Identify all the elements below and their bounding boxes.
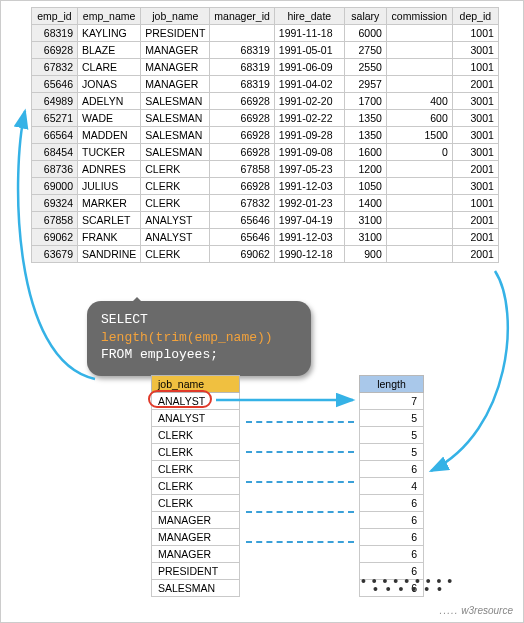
cell: 2001 [452, 246, 498, 263]
cell: 1991-09-28 [274, 127, 344, 144]
cell: 1990-12-18 [274, 246, 344, 263]
table-row: 5 [360, 444, 424, 461]
cell: 1700 [344, 93, 386, 110]
cell: 1992-01-23 [274, 195, 344, 212]
cell: 67832 [32, 59, 78, 76]
sql-function: length(trim(emp_name)) [101, 330, 273, 345]
table-row: 67832CLAREMANAGER683191991-06-0925501001 [32, 59, 499, 76]
table-row: ANALYST [152, 393, 240, 410]
table-row: CLERK [152, 444, 240, 461]
dash-connector [246, 451, 354, 453]
job-name-header: job_name [152, 376, 240, 393]
cell: 2001 [452, 229, 498, 246]
cell: 67858 [210, 161, 274, 178]
table-row: CLERK [152, 495, 240, 512]
cell: CLERK [152, 461, 240, 478]
cell: 65646 [32, 76, 78, 93]
cell: 1991-12-03 [274, 229, 344, 246]
cell: 3001 [452, 127, 498, 144]
sql-keyword-select: SELECT [101, 312, 148, 327]
cell: 6 [360, 546, 424, 563]
cell: JONAS [78, 76, 141, 93]
cell: 2001 [452, 212, 498, 229]
table-row: 4 [360, 478, 424, 495]
cell: WADE [78, 110, 141, 127]
dash-connector [246, 421, 354, 423]
cell: 7 [360, 393, 424, 410]
cell: CLARE [78, 59, 141, 76]
cell: 1001 [452, 59, 498, 76]
col-hire-date: hire_date [274, 8, 344, 25]
cell: 3001 [452, 110, 498, 127]
cell: MANAGER [141, 42, 210, 59]
cell: MADDEN [78, 127, 141, 144]
job-name-table: job_name ANALYSTANALYSTCLERKCLERKCLERKCL… [151, 375, 240, 597]
cell: SALESMAN [141, 127, 210, 144]
cell: MANAGER [141, 59, 210, 76]
cell: 1350 [344, 110, 386, 127]
cell: CLERK [141, 195, 210, 212]
cell [386, 59, 452, 76]
cell [386, 178, 452, 195]
table-row: 6 [360, 495, 424, 512]
cell: 1001 [452, 195, 498, 212]
cell: 66564 [32, 127, 78, 144]
table-row: 7 [360, 393, 424, 410]
table-row: MANAGER [152, 512, 240, 529]
table-row: 69000JULIUSCLERK669281991-12-0310503001 [32, 178, 499, 195]
table-row: 6 [360, 563, 424, 580]
cell: 3001 [452, 42, 498, 59]
cell: CLERK [152, 444, 240, 461]
table-row: 66564MADDENSALESMAN669281991-09-28135015… [32, 127, 499, 144]
cell: 66928 [210, 178, 274, 195]
cell: SALESMAN [141, 110, 210, 127]
col-salary: salary [344, 8, 386, 25]
table-row: 5 [360, 410, 424, 427]
cell [386, 212, 452, 229]
table-row: CLERK [152, 461, 240, 478]
cell [210, 25, 274, 42]
cell: 1001 [452, 25, 498, 42]
table-row: CLERK [152, 478, 240, 495]
cell: 6000 [344, 25, 386, 42]
cell: SANDRINE [78, 246, 141, 263]
cell [386, 229, 452, 246]
table-row: CLERK [152, 427, 240, 444]
length-header: length [360, 376, 424, 393]
cell [386, 246, 452, 263]
cell: 1350 [344, 127, 386, 144]
cell: 66928 [210, 144, 274, 161]
table-header-row: emp_id emp_name job_name manager_id hire… [32, 8, 499, 25]
cell: 69000 [32, 178, 78, 195]
col-manager-id: manager_id [210, 8, 274, 25]
table-row: 6 [360, 546, 424, 563]
table-row: 68736ADNRESCLERK678581997-05-2312002001 [32, 161, 499, 178]
dash-connector [246, 511, 354, 513]
col-emp-name: emp_name [78, 8, 141, 25]
cell: 6 [360, 512, 424, 529]
cell: 1991-06-09 [274, 59, 344, 76]
cell: 68319 [210, 42, 274, 59]
cell: 64989 [32, 93, 78, 110]
cell: 65646 [210, 229, 274, 246]
cell: ANALYST [141, 229, 210, 246]
cell: PRESIDENT [141, 25, 210, 42]
cell: 1991-09-08 [274, 144, 344, 161]
cell: 68319 [210, 59, 274, 76]
table-row: PRESIDENT [152, 563, 240, 580]
table-row: 66928BLAZEMANAGER683191991-05-0127503001 [32, 42, 499, 59]
table-row: 68454TUCKERSALESMAN669281991-09-08160003… [32, 144, 499, 161]
cell [386, 42, 452, 59]
table-row: 69062FRANKANALYST656461991-12-0331002001 [32, 229, 499, 246]
cell: 66928 [210, 110, 274, 127]
cell: 2001 [452, 161, 498, 178]
length-table: length 755564666666 [359, 375, 424, 597]
cell: 900 [344, 246, 386, 263]
cell: 5 [360, 410, 424, 427]
cell: 1991-02-22 [274, 110, 344, 127]
table-row: 65271WADESALESMAN669281991-02-2213506003… [32, 110, 499, 127]
col-job-name: job_name [141, 8, 210, 25]
col-dep-id: dep_id [452, 8, 498, 25]
cell: 68319 [210, 76, 274, 93]
cell: 1997-04-19 [274, 212, 344, 229]
